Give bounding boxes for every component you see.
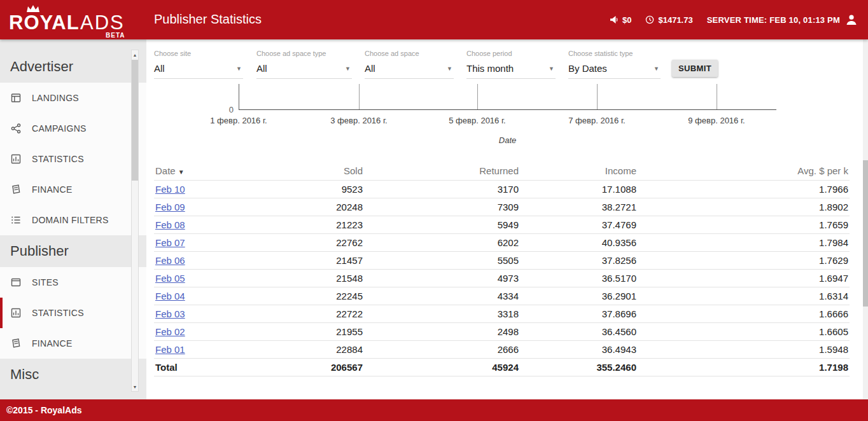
statistics-icon <box>10 153 22 165</box>
table-row: Feb 07 22762 6202 40.9356 1.7984 <box>154 234 850 252</box>
chart-gridline <box>239 84 239 109</box>
chevron-down-icon: ▼ <box>236 66 242 72</box>
clock-icon <box>645 15 654 24</box>
user-icon <box>845 13 858 26</box>
column-header-returned[interactable]: Returned <box>364 162 520 181</box>
sidebar-scrollbar-thumb[interactable] <box>132 60 138 181</box>
avg-cell: 1.6605 <box>638 323 850 341</box>
chart-gridline <box>359 84 360 109</box>
date-link[interactable]: Feb 09 <box>155 202 185 212</box>
app-window: ROYAL ADS BETA Publisher Statistics $0 $… <box>0 0 868 421</box>
ad-space-type-select[interactable]: All ▼ <box>256 63 352 79</box>
ad-space-select[interactable]: All ▼ <box>365 63 454 79</box>
filter-statistic-type: Choose statistic type By Dates ▼ <box>568 50 661 79</box>
avg-cell: 1.6947 <box>638 270 850 287</box>
chart-x-tick: 7 февр. 2016 г. <box>552 116 641 125</box>
sidebar-item-sites[interactable]: SITES <box>0 267 146 298</box>
chart-x-tick: 3 февр. 2016 г. <box>314 116 403 125</box>
scroll-up-icon[interactable]: ▲ <box>132 50 138 59</box>
statistics-table: Date▼ Sold Returned Income Avg. $ per k … <box>154 162 850 376</box>
publisher-balance[interactable]: $1471.73 <box>645 15 692 25</box>
sidebar-item-adv-statistics[interactable]: STATISTICS <box>0 144 146 174</box>
chevron-down-icon: ▼ <box>654 66 659 72</box>
column-header-income[interactable]: Income <box>520 162 638 181</box>
section-misc: Misc <box>0 359 146 390</box>
finance-icon <box>10 184 22 195</box>
sidebar-scrollbar[interactable]: ▲ ▼ <box>131 50 139 392</box>
income-cell: 17.1088 <box>520 181 638 198</box>
table-row: Feb 03 22722 3318 37.8696 1.6666 <box>154 305 850 323</box>
scroll-down-icon[interactable]: ▼ <box>132 382 138 391</box>
income-cell: 37.4769 <box>520 216 638 234</box>
sidebar-item-label: SITES <box>32 277 59 287</box>
date-link[interactable]: Feb 01 <box>155 344 185 355</box>
sidebar-item-campaigns[interactable]: CAMPAIGNS <box>0 113 146 144</box>
sold-cell: 22245 <box>243 287 364 305</box>
chart-x-axis-label: Date <box>239 135 776 145</box>
advertiser-balance[interactable]: $0 <box>610 15 631 25</box>
sidebar-item-label: STATISTICS <box>32 308 84 318</box>
date-link[interactable]: Feb 10 <box>155 184 185 195</box>
table-row: Feb 06 21457 5505 37.8256 1.7629 <box>154 252 850 270</box>
advertiser-balance-value: $0 <box>622 15 631 25</box>
date-link[interactable]: Feb 04 <box>155 291 185 301</box>
table-row: Feb 05 21548 4973 36.5170 1.6947 <box>154 270 850 287</box>
income-cell: 37.8256 <box>520 252 638 270</box>
sidebar-item-domain-filters[interactable]: DOMAIN FILTERS <box>0 205 146 235</box>
sold-cell: 22884 <box>243 341 364 359</box>
chevron-down-icon: ▼ <box>549 66 554 72</box>
statistics-icon <box>10 307 22 319</box>
date-link[interactable]: Feb 02 <box>155 326 185 337</box>
table-row: Feb 08 21223 5949 37.4769 1.7659 <box>154 216 850 234</box>
sold-cell: 21548 <box>243 270 364 287</box>
total-avg: 1.7198 <box>638 359 850 376</box>
page-scrollbar-thumb[interactable] <box>863 160 868 307</box>
sidebar-item-landings[interactable]: LANDINGS <box>0 83 146 113</box>
chart-x-tick: 1 февр. 2016 г. <box>194 116 283 125</box>
ad-space-type-select-value: All <box>256 63 267 74</box>
logo[interactable]: ROYAL ADS BETA <box>9 4 143 37</box>
avg-cell: 1.7629 <box>638 252 850 270</box>
page-scrollbar[interactable] <box>863 39 868 399</box>
returned-cell: 2498 <box>364 323 520 341</box>
period-select[interactable]: This month ▼ <box>466 63 556 79</box>
sidebar-item-pub-finance[interactable]: FINANCE <box>0 328 146 359</box>
site-select[interactable]: All ▼ <box>154 63 243 79</box>
app-footer: ©2015 - RoyalAds <box>0 399 868 421</box>
header-right: $0 $1471.73 SERVER TIME: FEB 10, 01:13 P… <box>610 0 840 39</box>
table-row: Feb 10 9523 3170 17.1088 1.7966 <box>154 181 850 198</box>
user-menu-button[interactable] <box>845 13 858 26</box>
avg-cell: 1.8902 <box>638 198 850 216</box>
sidebar-item-adv-finance[interactable]: FINANCE <box>0 174 146 205</box>
megaphone-icon <box>610 15 619 24</box>
date-link[interactable]: Feb 07 <box>155 237 185 248</box>
sites-icon <box>10 277 22 288</box>
date-link[interactable]: Feb 08 <box>155 219 185 230</box>
server-time: SERVER TIME: FEB 10, 01:13 PM <box>707 15 840 25</box>
date-link[interactable]: Feb 05 <box>155 273 185 284</box>
column-header-date[interactable]: Date▼ <box>154 162 243 181</box>
section-advertiser: Advertiser <box>0 51 146 83</box>
income-cell: 36.4560 <box>520 323 638 341</box>
returned-cell: 3318 <box>364 305 520 323</box>
date-link[interactable]: Feb 03 <box>155 308 185 319</box>
column-header-avg[interactable]: Avg. $ per k <box>638 162 850 181</box>
sold-cell: 9523 <box>243 181 364 198</box>
income-cell: 36.4943 <box>520 341 638 359</box>
submit-button[interactable]: SUBMIT <box>672 60 718 77</box>
returned-cell: 2666 <box>364 341 520 359</box>
date-link[interactable]: Feb 06 <box>155 255 185 266</box>
filter-site: Choose site All ▼ <box>154 50 243 79</box>
sidebar-item-pub-statistics[interactable]: STATISTICS <box>0 298 146 328</box>
logo-beta-badge: BETA <box>106 32 125 39</box>
column-header-sold[interactable]: Sold <box>243 162 364 181</box>
avg-cell: 1.5948 <box>638 341 850 359</box>
campaigns-icon <box>10 123 22 134</box>
chevron-down-icon: ▼ <box>447 66 452 72</box>
income-cell: 40.9356 <box>520 234 638 252</box>
period-select-value: This month <box>466 63 514 74</box>
logo-text-royal: ROYAL <box>9 11 80 34</box>
filter-ad-space-type: Choose ad space type All ▼ <box>256 50 352 79</box>
statistic-type-select-value: By Dates <box>568 63 607 74</box>
statistic-type-select[interactable]: By Dates ▼ <box>568 63 661 79</box>
